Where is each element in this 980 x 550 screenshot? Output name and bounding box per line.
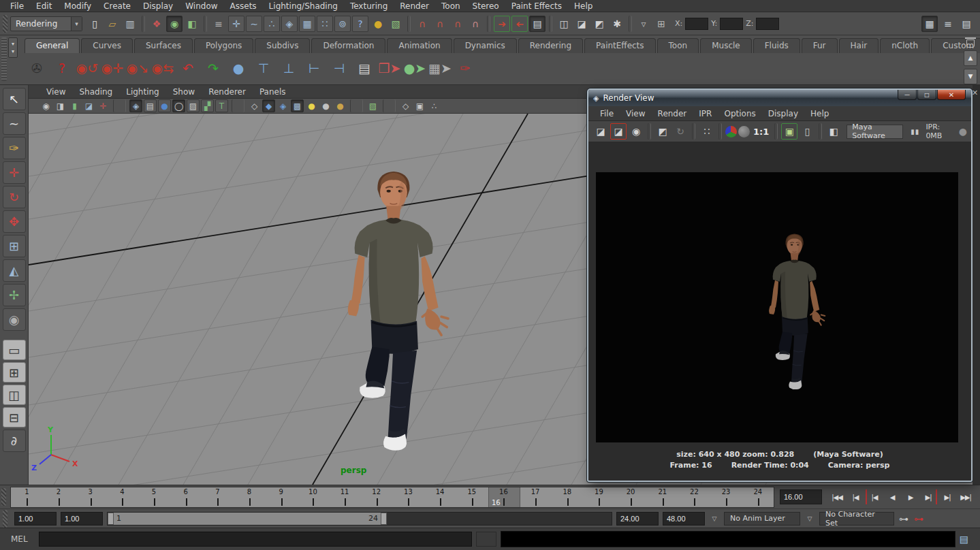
new-scene-button[interactable]: ▯	[86, 16, 103, 32]
y-coordinate-field[interactable]	[720, 18, 743, 30]
step-back-key-button[interactable]: |◀	[847, 489, 864, 504]
frame-tick[interactable]: 9	[265, 487, 297, 507]
shelf-tab[interactable]: Hair	[839, 38, 879, 53]
frame-tick[interactable]: 19	[583, 487, 615, 507]
frame-tick[interactable]: 15	[456, 487, 488, 507]
select-tool[interactable]: ↖	[3, 88, 26, 110]
menu-item[interactable]: Display	[137, 0, 179, 12]
textured-lights-icon[interactable]: ●	[334, 99, 347, 112]
step-forward-frame-button[interactable]: ▶|	[921, 489, 937, 504]
pane-close-icon[interactable]: ✕	[970, 88, 979, 97]
real-size-icon[interactable]: 1:1	[751, 123, 771, 140]
menu-item[interactable]: Lighting/Shading	[263, 0, 344, 12]
shelf-tab[interactable]: Fluids	[753, 38, 800, 53]
select-hierarchy-icon[interactable]: ❖	[148, 16, 165, 32]
soft-modification-tool[interactable]: ◭	[3, 259, 26, 282]
redo-previous-render-icon[interactable]: ◪	[610, 123, 627, 140]
minimize-button[interactable]: —	[898, 90, 917, 100]
frame-tick[interactable]: 2	[43, 487, 75, 507]
multi-pane-icon[interactable]: ▣	[413, 99, 426, 112]
shelf-tab[interactable]: Deformation	[311, 38, 385, 53]
viewport-menu-item[interactable]: Show	[166, 87, 202, 97]
shelf-tab[interactable]: Polygons	[194, 38, 253, 53]
frame-tick[interactable]: 5	[138, 487, 170, 507]
snap-magnet-grid-icon[interactable]: ∩	[414, 16, 430, 32]
keep-image-icon[interactable]: ▣	[781, 123, 797, 140]
set-key-icon[interactable]: ⊶	[898, 512, 909, 525]
menu-item[interactable]: Render	[394, 0, 435, 12]
frame-tick[interactable]: 23	[710, 487, 742, 507]
frame-tick[interactable]: 21	[646, 487, 678, 507]
command-line-divider[interactable]	[476, 532, 496, 547]
attribute-editor-toggle[interactable]: ▦	[921, 16, 938, 32]
frame-tick[interactable]: 7	[202, 487, 234, 507]
lasso-select-tool[interactable]: ∼	[3, 112, 26, 135]
shelf-grip[interactable]	[1, 37, 7, 81]
render-region-icon[interactable]: ∷	[699, 123, 715, 140]
shelf-tab[interactable]: Curves	[81, 38, 133, 53]
last-tool-used[interactable]: ◉	[3, 308, 26, 331]
layout-persp-graph-button[interactable]: ⊟	[3, 407, 26, 427]
highlight-selection-icon[interactable]: ▧	[388, 16, 404, 32]
timeline-ruler[interactable]: 123456789101112131415161718192021222324 …	[10, 487, 774, 508]
animation-end-field[interactable]	[663, 512, 705, 525]
delete-unused-icon[interactable]: ●	[227, 57, 249, 79]
field-chart-icon[interactable]: ▨	[187, 99, 200, 112]
frame-tick[interactable]: 14	[424, 487, 456, 507]
zoom-camera-icon[interactable]: ◉⇆	[152, 57, 174, 79]
timeline-grip[interactable]	[1, 488, 6, 506]
selection-mask-filter-icon[interactable]: ≡	[210, 16, 227, 32]
snapshot-icon[interactable]: ◉	[628, 123, 644, 140]
default-lighting-icon[interactable]: ●	[305, 99, 318, 112]
anim-layer-selector[interactable]: No Anim Layer	[724, 512, 800, 525]
open-render-view-icon[interactable]: ◫	[556, 16, 572, 32]
remove-image-icon[interactable]: ▯	[799, 123, 815, 140]
viewport-menu-item[interactable]: Lighting	[119, 87, 166, 97]
gate-mask-icon[interactable]: ◯	[172, 99, 185, 112]
lock-selection-icon[interactable]: ●	[370, 16, 386, 32]
menu-set-selector[interactable]: Rendering ▾	[10, 16, 82, 31]
character-set-dropdown-icon[interactable]: ▽	[804, 512, 815, 525]
shelf-tab[interactable]: nCloth	[880, 38, 930, 53]
paint-effects-panel-button[interactable]: ∂	[3, 430, 26, 452]
soft-select-icon[interactable]: ⊚	[334, 16, 351, 32]
range-end-handle[interactable]	[381, 513, 387, 525]
share-view-icon[interactable]: ∴	[428, 99, 441, 112]
renderer-selector[interactable]: Maya Software	[847, 125, 903, 139]
render-view-menu-item[interactable]: View	[620, 109, 651, 118]
parent-icon[interactable]: ⊢	[303, 57, 325, 79]
render-view-window[interactable]: ◈ Render View — □ ✕ FileViewRenderIPROpt…	[587, 88, 973, 482]
refresh-ipr-icon[interactable]: ↻	[672, 123, 689, 140]
playblast-icon[interactable]: ✇	[26, 57, 48, 79]
render-view-menu-item[interactable]: Render	[652, 109, 693, 118]
open-scene-button[interactable]: ▱	[104, 16, 121, 32]
playback-start-field[interactable]	[61, 512, 103, 525]
snap-magnet-point-icon[interactable]: ∩	[449, 16, 466, 32]
universal-manipulator-tool[interactable]: ⊞	[3, 235, 26, 257]
render-view-menu-item[interactable]: IPR	[693, 109, 718, 118]
play-forwards-button[interactable]: ▶	[902, 489, 919, 504]
range-start-handle[interactable]	[108, 513, 114, 525]
select-component-icon[interactable]: ◧	[184, 16, 200, 32]
menu-item[interactable]: Edit	[30, 0, 58, 12]
rotate-tool[interactable]: ↻	[3, 186, 26, 208]
snap-to-grids-icon[interactable]: ✛	[228, 16, 244, 32]
frame-tick[interactable]: 1	[11, 487, 43, 507]
safe-title-icon[interactable]: T	[215, 99, 228, 112]
all-lights-icon[interactable]: ●	[319, 99, 332, 112]
select-camera-icon[interactable]: ◉	[39, 99, 52, 112]
select-lattice-type-icon[interactable]: ▦➤	[429, 57, 451, 79]
character-model[interactable]	[348, 172, 448, 451]
range-slider-track[interactable]: 1 24	[107, 512, 612, 525]
snap-help-icon[interactable]: ?	[352, 16, 368, 32]
pane-menu-dropdown-icon[interactable]: ▿	[635, 16, 652, 32]
menu-item[interactable]: Texturing	[344, 0, 394, 12]
render-view-title-bar[interactable]: ◈ Render View — □ ✕	[588, 90, 971, 106]
go-to-end-button[interactable]: ▶▶|	[958, 489, 974, 504]
paint-brush-icon[interactable]: ✑	[454, 57, 476, 79]
shelf-tab[interactable]: General	[25, 38, 80, 53]
viewport-menu-item[interactable]: View	[39, 87, 72, 97]
output-connections-icon[interactable]: ➔	[511, 16, 528, 32]
step-forward-key-button[interactable]: ▶|	[939, 489, 955, 504]
shelf-tab[interactable]: Muscle	[700, 38, 752, 53]
